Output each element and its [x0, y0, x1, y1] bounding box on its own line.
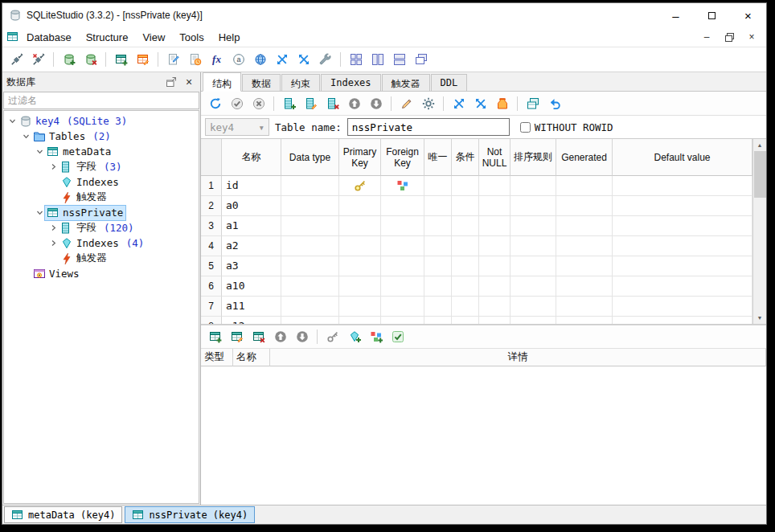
refresh-structure-button[interactable] — [204, 93, 226, 113]
cell[interactable] — [556, 297, 613, 317]
constraints-column-header-1[interactable]: 名称 — [233, 349, 270, 366]
cell[interactable] — [381, 256, 424, 276]
cell[interactable] — [424, 276, 452, 297]
cell[interactable] — [511, 297, 556, 317]
cell[interactable] — [424, 196, 452, 216]
cell[interactable] — [339, 317, 381, 324]
column-header-5[interactable]: 条件 — [452, 139, 479, 176]
tree-item-nssPrivate-indexes[interactable]: Indexes(4) — [4, 235, 199, 251]
maximize-button[interactable] — [694, 3, 730, 27]
scroll-up-icon[interactable]: ▲ — [753, 139, 766, 151]
tree-item-nssPrivate-triggers[interactable]: 触发器 — [4, 251, 199, 266]
rollback-structure-button[interactable] — [248, 93, 269, 113]
scrollbar-thumb[interactable] — [754, 151, 766, 198]
table-name-input[interactable] — [347, 118, 510, 136]
mdi-tile-button[interactable] — [345, 50, 367, 70]
disconnect-button[interactable] — [27, 50, 49, 70]
cell-foreign-key[interactable] — [381, 176, 424, 196]
column-header-3[interactable]: Foreign Key — [381, 139, 424, 176]
cell-column-name[interactable]: a2 — [222, 236, 281, 256]
cell[interactable] — [511, 276, 556, 297]
add-database-button[interactable] — [58, 50, 80, 70]
cell[interactable] — [613, 256, 752, 276]
column-header-7[interactable]: 排序规则 — [511, 139, 556, 176]
tree-item-metaData-triggers[interactable]: 触发器 — [4, 190, 199, 205]
cell[interactable] — [424, 297, 452, 317]
move-constraint-down-button[interactable] — [291, 327, 313, 347]
cell-column-name[interactable]: a3 — [222, 256, 281, 276]
cell-column-name[interactable]: a11 — [222, 297, 281, 317]
cell[interactable] — [511, 236, 556, 256]
cell[interactable] — [281, 297, 339, 317]
add-constraint-button[interactable] — [204, 327, 226, 347]
cell[interactable] — [339, 256, 381, 276]
cell[interactable] — [556, 276, 613, 297]
cell[interactable] — [479, 176, 511, 196]
menu-help[interactable]: Help — [211, 29, 248, 46]
remove-database-button[interactable] — [80, 50, 101, 70]
cell[interactable] — [424, 236, 452, 256]
cell[interactable] — [381, 297, 424, 317]
chevron-expanded-icon[interactable] — [35, 148, 45, 156]
tab-数据[interactable]: 数据 — [242, 74, 281, 91]
cell[interactable] — [511, 176, 556, 196]
mdi-close-button[interactable]: × — [741, 29, 762, 45]
cell[interactable] — [479, 256, 511, 276]
cell-column-name[interactable]: a12 — [222, 317, 281, 324]
cell[interactable] — [424, 317, 452, 324]
cell-column-name[interactable]: a1 — [222, 216, 281, 236]
float-panel-button[interactable] — [164, 75, 178, 89]
cell[interactable] — [381, 196, 424, 216]
tab-DDL[interactable]: DDL — [431, 74, 468, 91]
configuration-button[interactable] — [314, 50, 336, 70]
open-sql-editor-button[interactable] — [162, 50, 184, 70]
cell[interactable] — [339, 297, 381, 317]
cell[interactable] — [613, 276, 752, 297]
chevron-expanded-icon[interactable] — [21, 133, 31, 141]
cell[interactable] — [452, 317, 479, 324]
connect-button[interactable] — [6, 50, 27, 70]
cell[interactable] — [281, 317, 339, 324]
cell[interactable] — [281, 176, 339, 196]
row-number[interactable]: 3 — [201, 216, 222, 236]
menu-tools[interactable]: Tools — [172, 29, 211, 46]
column-header-6[interactable]: Not NULL — [479, 139, 511, 176]
rename-table-button[interactable] — [396, 93, 417, 113]
tree-filter-input[interactable] — [3, 92, 199, 109]
cell[interactable] — [556, 216, 613, 236]
menu-database[interactable]: Database — [19, 29, 79, 46]
menu-structure[interactable]: Structure — [79, 29, 136, 46]
chevron-collapsed-icon[interactable] — [48, 163, 59, 171]
row-number[interactable]: 6 — [201, 276, 222, 297]
tree-item-nssPrivate-columns[interactable]: 字段(120) — [4, 220, 199, 235]
without-rowid-checkbox[interactable] — [520, 122, 531, 133]
constraints-column-header-2[interactable]: 详情 — [270, 349, 766, 366]
row-number[interactable]: 2 — [201, 196, 222, 216]
open-ddl-history-button[interactable] — [184, 50, 206, 70]
tab-Indexes[interactable]: Indexes — [321, 74, 381, 91]
delete-constraint-button[interactable] — [248, 327, 269, 347]
cell[interactable] — [381, 236, 424, 256]
edit-constraint-button[interactable] — [226, 327, 248, 347]
import-data-button[interactable] — [448, 93, 470, 113]
menu-view[interactable]: View — [135, 29, 172, 46]
row-number[interactable]: 4 — [201, 236, 222, 256]
cell[interactable] — [424, 216, 452, 236]
grid-vertical-scrollbar[interactable]: ▲ ▼ — [752, 139, 766, 324]
tree-item-nssPrivate[interactable]: nssPrivate — [4, 205, 199, 220]
cell[interactable] — [339, 276, 381, 297]
database-combo[interactable]: key4 ▾ — [205, 118, 269, 136]
create-similar-table-button[interactable] — [522, 93, 543, 113]
mdi-tile-vertical-button[interactable] — [367, 50, 388, 70]
cell[interactable] — [281, 276, 339, 297]
import-button[interactable] — [271, 50, 293, 70]
tree-item-views[interactable]: Views — [4, 266, 199, 281]
table-options-button[interactable] — [417, 93, 439, 113]
cell-column-name[interactable]: id — [222, 176, 281, 196]
chevron-expanded-icon[interactable] — [7, 117, 18, 125]
cell[interactable] — [339, 216, 381, 236]
move-column-down-button[interactable] — [365, 93, 387, 113]
row-number[interactable]: 5 — [201, 256, 222, 276]
undo-button[interactable] — [543, 93, 565, 113]
row-number[interactable]: 7 — [201, 297, 222, 317]
